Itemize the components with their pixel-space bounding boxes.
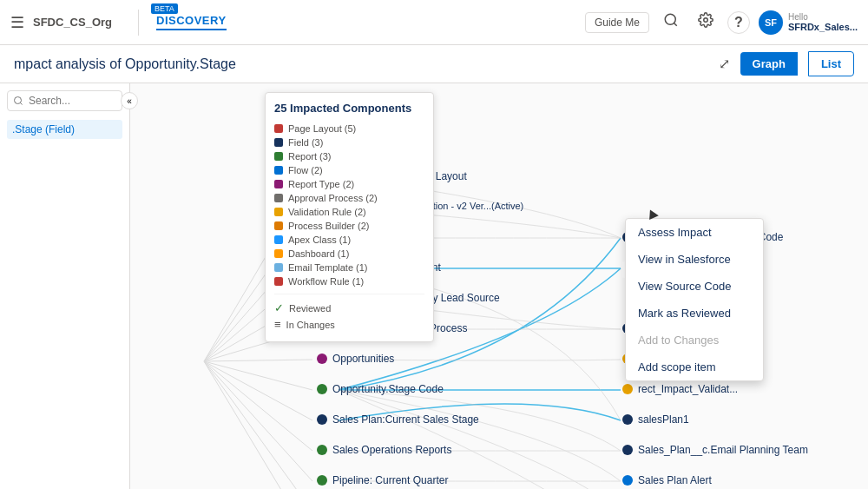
- impacted-item[interactable]: Apex Class (1): [274, 233, 424, 247]
- svg-point-0: [665, 14, 675, 24]
- svg-point-2: [704, 18, 708, 23]
- node-opportunities[interactable]: Opportunities: [317, 353, 394, 365]
- app-name[interactable]: DISCOVERY: [156, 14, 227, 30]
- expand-icon[interactable]: ⤢: [719, 56, 730, 72]
- node-pipeline[interactable]: Pipeline: Current Quarter: [317, 474, 448, 486]
- graph-button[interactable]: Graph: [740, 52, 798, 76]
- context-menu-add-changes: Add to Changes: [626, 327, 763, 354]
- impacted-footer: ✓ Reviewed ≡ In Changes: [274, 294, 424, 333]
- avatar: SF: [759, 10, 783, 35]
- impacted-components-title: 25 Impacted Components: [274, 102, 424, 115]
- context-menu: Assess Impact View in Salesforce View So…: [625, 218, 764, 381]
- node-current-sales[interactable]: Sales Plan:Current Sales Stage: [317, 413, 479, 426]
- node-stage-code[interactable]: Opportunity.Stage Code: [317, 383, 444, 395]
- settings-icon[interactable]: [693, 9, 719, 36]
- graph-area: Opportunity (Support) Layout Sales Plan …: [130, 83, 868, 489]
- context-menu-view-salesforce[interactable]: View in Salesforce: [626, 246, 763, 273]
- search-input[interactable]: [7, 90, 122, 111]
- node-sales-ops[interactable]: Sales Operations Reports: [317, 444, 451, 456]
- list-button[interactable]: List: [808, 51, 854, 76]
- context-menu-assess-impact[interactable]: Assess Impact: [626, 219, 763, 246]
- search-icon[interactable]: [658, 9, 684, 36]
- impacted-item[interactable]: Approval Process (2): [274, 191, 424, 205]
- footer-reviewed[interactable]: ✓ Reviewed: [274, 300, 424, 316]
- app-header: ☰ SFDC_CS_Org BETA DISCOVERY Guide Me ? …: [0, 0, 868, 45]
- impacted-components-panel: 25 Impacted Components Page Layout (5)Fi…: [265, 92, 434, 342]
- user-avatar-section[interactable]: SF Hello SFRDx_Sales...: [759, 10, 858, 35]
- context-menu-mark-reviewed[interactable]: Mark as Reviewed: [626, 300, 763, 327]
- page-title: mpact analysis of Opportunity.Stage: [14, 56, 708, 72]
- footer-in-changes[interactable]: ≡ In Changes: [274, 316, 424, 333]
- impacted-item[interactable]: Page Layout (5): [274, 122, 424, 135]
- impacted-item[interactable]: Email Template (1): [274, 261, 424, 274]
- help-icon[interactable]: ?: [727, 11, 750, 34]
- beta-badge: BETA: [151, 3, 178, 14]
- impacted-item[interactable]: Validation Rule (2): [274, 205, 424, 219]
- impacted-items-list: Page Layout (5)Field (3)Report (3)Flow (…: [274, 122, 424, 288]
- impacted-item[interactable]: Process Builder (2): [274, 219, 424, 233]
- impacted-item[interactable]: Workflow Rule (1): [274, 274, 424, 288]
- context-menu-view-source[interactable]: View Source Code: [626, 273, 763, 300]
- node-sales-plan-alert[interactable]: Sales Plan Alert: [622, 474, 712, 486]
- impacted-item[interactable]: Report Type (2): [274, 177, 424, 191]
- guide-me-button[interactable]: Guide Me: [585, 12, 649, 33]
- impacted-item[interactable]: Dashboard (1): [274, 247, 424, 261]
- node-email-planning[interactable]: Sales_Plan__c.Email Planning Team: [622, 444, 808, 456]
- left-sidebar: « .Stage (Field): [0, 83, 130, 489]
- main-content: « .Stage (Field): [0, 83, 868, 489]
- node-indirect-impact[interactable]: rect_Impact_Validat...: [622, 383, 738, 395]
- org-name: SFDC_CS_Org: [33, 16, 112, 29]
- sidebar-item-stage-field[interactable]: .Stage (Field): [7, 120, 122, 139]
- svg-line-1: [674, 23, 676, 25]
- impacted-item[interactable]: Report (3): [274, 149, 424, 163]
- user-info: Hello SFRDx_Sales...: [788, 12, 858, 32]
- context-menu-add-scope[interactable]: Add scope item: [626, 354, 763, 380]
- header-divider: [138, 10, 139, 36]
- impacted-item[interactable]: Flow (2): [274, 163, 424, 177]
- collapse-button[interactable]: «: [121, 92, 138, 109]
- sub-header: mpact analysis of Opportunity.Stage ⤢ Gr…: [0, 45, 868, 83]
- menu-icon[interactable]: ☰: [10, 13, 24, 32]
- impacted-item[interactable]: Field (3): [274, 135, 424, 149]
- node-sales-plan1[interactable]: salesPlan1: [622, 413, 689, 426]
